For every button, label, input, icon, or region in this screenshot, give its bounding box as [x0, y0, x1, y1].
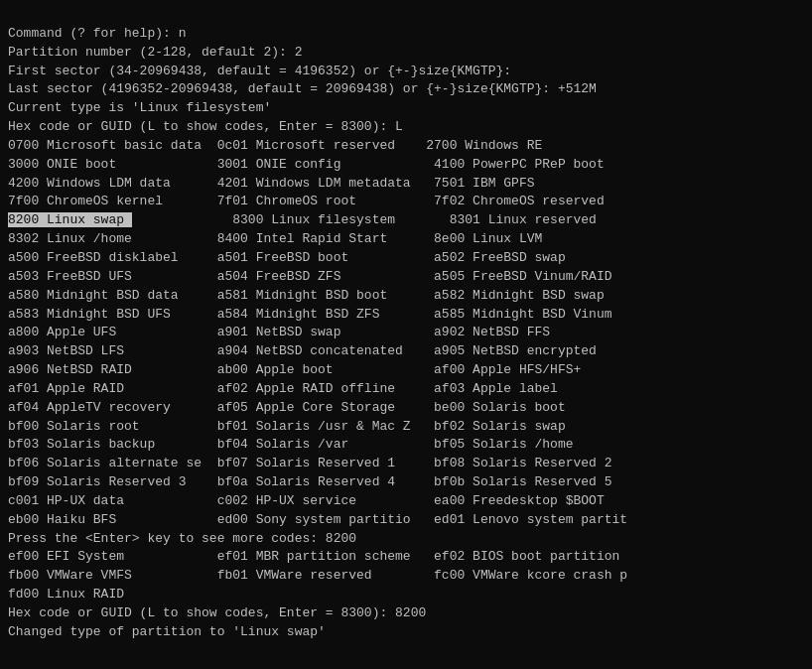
terminal-line-21: bf00 Solaris root bf01 Solaris /usr & Ma… [8, 418, 804, 437]
terminal-line-15: a583 Midnight BSD UFS a584 Midnight BSD … [8, 306, 804, 325]
terminal-line-12: a500 FreeBSD disklabel a501 FreeBSD boot… [8, 249, 804, 268]
terminal-line-0: Command (? for help): n [8, 25, 804, 44]
terminal-line-18: a906 NetBSD RAID ab00 Apple boot af00 Ap… [8, 361, 804, 380]
terminal-line-5: Hex code or GUID (L to show codes, Enter… [8, 118, 804, 137]
terminal-output: Command (? for help): nPartition number … [8, 6, 804, 642]
terminal-line-13: a503 FreeBSD UFS a504 FreeBSD ZFS a505 F… [8, 268, 804, 287]
terminal-line-20: af04 AppleTV recovery af05 Apple Core St… [8, 399, 804, 418]
terminal-line-30: fd00 Linux RAID [8, 586, 804, 604]
terminal-line-31: Hex code or GUID (L to show codes, Enter… [8, 604, 804, 623]
terminal-line-7: 3000 ONIE boot 3001 ONIE config 4100 Pow… [8, 156, 804, 175]
terminal-line-6: 0700 Microsoft basic data 0c01 Microsoft… [8, 137, 804, 156]
terminal-line-22: bf03 Solaris backup bf04 Solaris /var bf… [8, 436, 804, 455]
terminal-line-19: af01 Apple RAID af02 Apple RAID offline … [8, 380, 804, 399]
terminal-line-14: a580 Midnight BSD data a581 Midnight BSD… [8, 287, 804, 306]
terminal-line-26: eb00 Haiku BFS ed00 Sony system partitio… [8, 511, 804, 530]
terminal-line-10: 8200 Linux swap 8300 Linux filesystem 83… [8, 211, 804, 230]
terminal-line-1: Partition number (2-128, default 2): 2 [8, 44, 804, 63]
terminal-line-9: 7f00 ChromeOS kernel 7f01 ChromeOS root … [8, 193, 804, 211]
terminal-line-2: First sector (34-20969438, default = 419… [8, 63, 804, 81]
terminal-line-11: 8302 Linux /home 8400 Intel Rapid Start … [8, 230, 804, 249]
terminal-line-27: Press the <Enter> key to see more codes:… [8, 530, 804, 549]
terminal-line-32: Changed type of partition to 'Linux swap… [8, 623, 804, 642]
terminal-line-4: Current type is 'Linux filesystem' [8, 99, 804, 118]
terminal-line-23: bf06 Solaris alternate se bf07 Solaris R… [8, 455, 804, 473]
terminal-line-24: bf09 Solaris Reserved 3 bf0a Solaris Res… [8, 473, 804, 492]
terminal-line-25: c001 HP-UX data c002 HP-UX service ea00 … [8, 492, 804, 511]
terminal-line-28: ef00 EFI System ef01 MBR partition schem… [8, 548, 804, 567]
terminal-line-17: a903 NetBSD LFS a904 NetBSD concatenated… [8, 342, 804, 361]
terminal-line-8: 4200 Windows LDM data 4201 Windows LDM m… [8, 175, 804, 194]
terminal-line-29: fb00 VMWare VMFS fb01 VMWare reserved fc… [8, 567, 804, 586]
terminal-line-16: a800 Apple UFS a901 NetBSD swap a902 Net… [8, 324, 804, 342]
highlighted-text: 8200 Linux swap [8, 212, 132, 227]
terminal-line-3: Last sector (4196352-20969438, default =… [8, 80, 804, 99]
